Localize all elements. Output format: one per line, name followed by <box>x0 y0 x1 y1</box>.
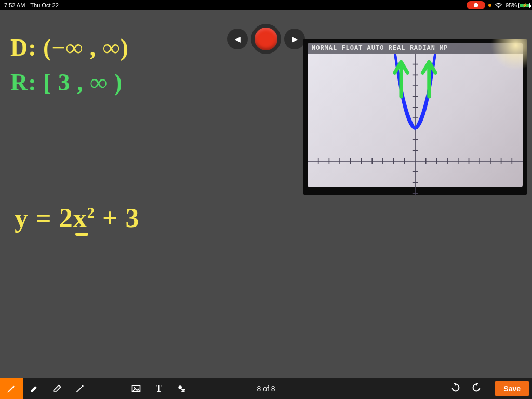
battery-indicator: 95% ⚡ <box>506 2 528 8</box>
ipad-status-bar: 7:52 AM Thu Oct 22 95% ⚡ <box>0 0 532 10</box>
triangle-right-icon: ▶ <box>292 35 298 43</box>
page-indicator: 8 of 8 <box>257 384 275 393</box>
domain-value: (−∞ , ∞) <box>43 34 129 61</box>
equation-tail: + 3 <box>102 203 140 233</box>
mic-in-use-dot-icon <box>488 4 491 7</box>
highlighter-tool-button[interactable] <box>23 378 46 399</box>
save-label: Save <box>503 384 521 393</box>
battery-percent: 95% <box>506 2 517 8</box>
laser-pointer-button[interactable] <box>69 378 91 399</box>
handwriting-domain: D: (−∞ , ∞) <box>10 34 129 61</box>
svg-text:★: ★ <box>183 389 186 392</box>
drawing-tools <box>0 378 91 399</box>
record-button[interactable] <box>251 24 281 54</box>
svg-point-41 <box>134 387 135 389</box>
svg-line-38 <box>76 387 82 392</box>
handwriting-equation: y = 2x2 + 3 <box>15 203 140 233</box>
calculator-photo: NORMAL FLOAT AUTO REAL RADIAN MP <box>303 39 527 195</box>
svg-point-39 <box>82 385 83 387</box>
insert-shapes-button[interactable]: ★ <box>170 378 193 399</box>
next-slide-button[interactable]: ▶ <box>284 29 305 49</box>
recording-controls: ◀ ▶ <box>227 24 305 54</box>
status-time: 7:52 AM <box>4 2 25 8</box>
equation-lhs: y = <box>15 203 52 233</box>
pointer-icon <box>75 383 85 394</box>
svg-point-42 <box>178 385 182 389</box>
insert-image-button[interactable] <box>125 378 148 399</box>
text-icon: T <box>156 383 162 394</box>
highlighter-icon <box>29 383 39 394</box>
save-button[interactable]: Save <box>495 381 529 396</box>
equation-coefficient: 2 <box>59 203 73 233</box>
wifi-icon <box>495 3 502 8</box>
pen-icon <box>6 383 17 394</box>
image-icon <box>131 383 141 394</box>
history-tools <box>450 382 482 395</box>
record-dot-icon <box>255 28 277 50</box>
equation-variable: x <box>73 203 87 233</box>
whiteboard-canvas[interactable]: ◀ ▶ D: (−∞ , ∞) R: [ 3 , ∞ ) y = 2x2 + 3… <box>0 10 532 378</box>
domain-label: D: <box>10 34 37 61</box>
pen-tool-button[interactable] <box>0 378 23 399</box>
prev-slide-button[interactable]: ◀ <box>227 29 248 49</box>
status-date: Thu Oct 22 <box>30 2 58 8</box>
calculator-mode-header: NORMAL FLOAT AUTO REAL RADIAN MP <box>308 43 523 54</box>
undo-button[interactable] <box>450 382 461 395</box>
insert-tools: T ★ <box>125 378 193 399</box>
equation-exponent: 2 <box>87 205 95 221</box>
handwriting-range: R: [ 3 , ∞ ) <box>10 69 123 96</box>
range-label: R: <box>10 69 37 96</box>
bottom-toolbar: T ★ 8 of 8 Save <box>0 378 532 399</box>
eraser-tool-button[interactable] <box>46 378 69 399</box>
shapes-icon: ★ <box>177 383 187 394</box>
charging-bolt-icon: ⚡ <box>522 3 528 8</box>
redo-button[interactable] <box>471 382 482 395</box>
calculator-screen: NORMAL FLOAT AUTO REAL RADIAN MP <box>308 43 523 187</box>
redo-icon <box>471 382 482 393</box>
undo-icon <box>450 382 461 393</box>
triangle-left-icon: ◀ <box>235 35 241 43</box>
screen-recording-pill[interactable] <box>467 1 485 9</box>
insert-text-button[interactable]: T <box>148 378 170 399</box>
range-value: [ 3 , ∞ ) <box>43 69 123 96</box>
eraser-icon <box>52 383 62 394</box>
calculator-plot <box>308 54 523 195</box>
